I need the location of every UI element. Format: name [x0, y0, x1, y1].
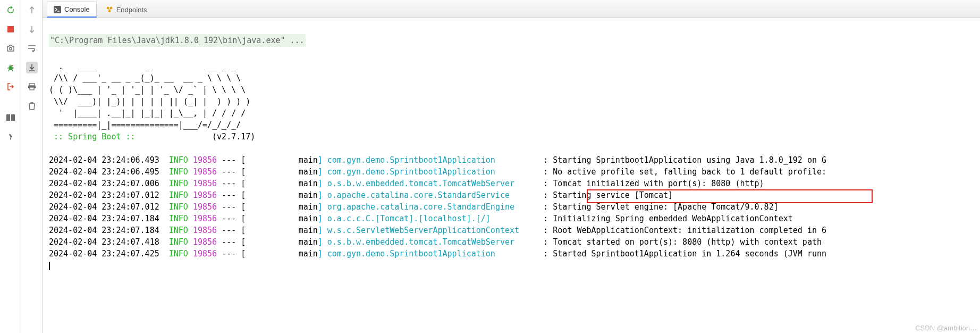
console-gutter	[21, 0, 43, 333]
spring-version: (v2.7.17)	[212, 132, 255, 141]
rerun-button[interactable]	[5, 4, 16, 16]
log-row: 2024-02-04 23:24:07.425 INFO 19856 --- […	[49, 248, 980, 260]
print-button[interactable]	[26, 81, 38, 93]
capture-button[interactable]	[5, 43, 16, 54]
log-lines: 2024-02-04 23:24:06.493 INFO 19856 --- […	[49, 154, 980, 260]
svg-rect-3	[6, 114, 10, 121]
soft-wrap-button[interactable]	[26, 43, 38, 54]
console-icon	[54, 6, 61, 13]
log-row: 2024-02-04 23:24:07.012 INFO 19856 --- […	[49, 189, 980, 201]
stop-button[interactable]	[5, 23, 16, 35]
log-row: 2024-02-04 23:24:06.495 INFO 19856 --- […	[49, 166, 980, 178]
log-row: 2024-02-04 23:24:07.184 INFO 19856 --- […	[49, 224, 980, 236]
tab-console-label: Console	[64, 5, 90, 13]
svg-rect-4	[11, 114, 15, 121]
console-output[interactable]: "C:\Program Files\Java\jdk1.8.0_192\bin\…	[43, 18, 980, 333]
layout-button[interactable]	[5, 112, 16, 123]
svg-rect-7	[30, 87, 34, 90]
log-row: 2024-02-04 23:24:07.012 INFO 19856 --- […	[49, 201, 980, 213]
cursor	[49, 262, 50, 270]
scroll-to-end-button[interactable]	[26, 62, 38, 73]
main-panel: Console Endpoints "C:\Program Files\Java…	[43, 0, 980, 333]
debug-bug-button[interactable]	[5, 62, 16, 73]
exit-button[interactable]	[5, 81, 16, 93]
run-gutter	[0, 0, 21, 333]
spring-label: :: Spring Boot ::	[49, 132, 136, 141]
log-row: 2024-02-04 23:24:07.006 INFO 19856 --- […	[49, 178, 980, 189]
log-row: 2024-02-04 23:24:06.493 INFO 19856 --- […	[49, 154, 980, 166]
watermark: CSDN @ambition…	[915, 324, 977, 332]
log-row: 2024-02-04 23:24:07.184 INFO 19856 --- […	[49, 213, 980, 224]
clear-button[interactable]	[26, 100, 38, 112]
scroll-down-button[interactable]	[26, 23, 38, 35]
svg-point-1	[9, 47, 11, 49]
tabs-row: Console Endpoints	[43, 0, 980, 18]
tab-endpoints[interactable]: Endpoints	[99, 2, 154, 18]
scroll-up-button[interactable]	[26, 4, 38, 16]
tab-console[interactable]: Console	[47, 2, 97, 18]
log-row: 2024-02-04 23:24:07.418 INFO 19856 --- […	[49, 236, 980, 248]
tab-endpoints-label: Endpoints	[116, 6, 147, 14]
svg-rect-8	[54, 6, 61, 13]
svg-rect-5	[29, 84, 35, 86]
pin-button[interactable]	[5, 131, 16, 143]
svg-rect-0	[7, 26, 14, 32]
endpoints-icon	[106, 6, 113, 13]
banner-art: . ____ _ __ _ _ /\\ / ___'_ __ _ _(_)_ _…	[49, 62, 250, 130]
svg-point-2	[9, 66, 13, 70]
command-line: "C:\Program Files\Java\jdk1.8.0_192\bin\…	[49, 34, 306, 47]
